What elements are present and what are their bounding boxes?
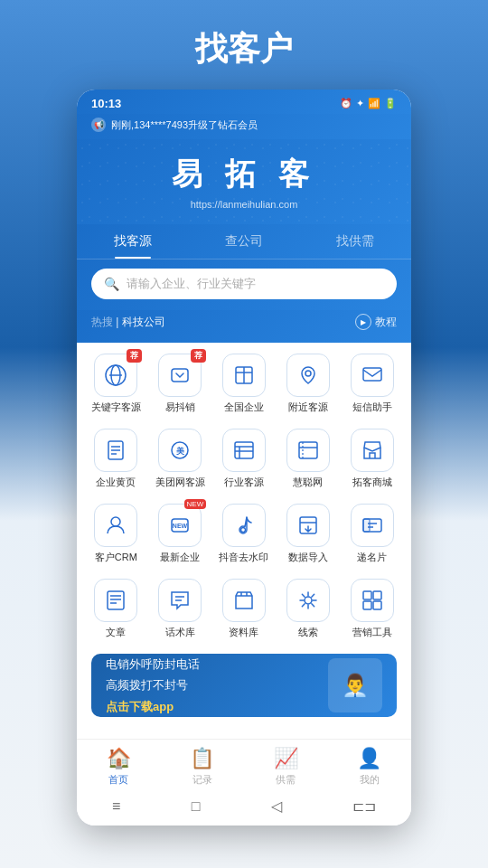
grid-item-material[interactable]: 资料库 xyxy=(217,579,271,639)
nearby-label: 附近客源 xyxy=(288,401,328,414)
grid-item-shop[interactable]: 拓客商城 xyxy=(345,429,399,489)
industry-label: 行业客源 xyxy=(224,476,264,489)
hot-search-left: 热搜 | 科技公司 xyxy=(91,315,165,330)
page-title: 找客户 xyxy=(0,0,488,90)
material-label: 资料库 xyxy=(229,626,258,639)
signal-icon: 📶 xyxy=(368,98,380,109)
douyin-label: 抖音去水印 xyxy=(219,551,268,564)
grid-item-national[interactable]: 全国企业 xyxy=(217,354,271,414)
article-icon-wrap xyxy=(94,579,137,622)
grid-item-yidouxiao[interactable]: 荐 易抖销 xyxy=(153,354,207,414)
svg-point-39 xyxy=(305,597,312,604)
svg-point-25 xyxy=(240,528,245,533)
badge-rec-yidouxiao: 荐 xyxy=(191,349,206,363)
search-icon: 🔍 xyxy=(104,277,119,291)
badge-rec-keyword: 荐 xyxy=(127,349,142,363)
grid-item-nearby[interactable]: 附近客源 xyxy=(281,354,335,414)
hot-search-bar: 热搜 | 科技公司 ▶ 教程 xyxy=(77,310,411,343)
bottom-nav-home[interactable]: 🏠 首页 xyxy=(77,747,161,787)
tab-find-supply[interactable]: 找供需 xyxy=(300,224,411,259)
grid-item-sms[interactable]: 短信助手 xyxy=(345,354,399,414)
industry-icon-wrap xyxy=(222,429,266,472)
svg-rect-43 xyxy=(373,601,381,609)
shop-icon-wrap xyxy=(351,429,394,472)
meituan-label: 美团网客源 xyxy=(155,476,205,489)
bottom-nav-supply[interactable]: 📈 供需 xyxy=(244,747,328,787)
bottom-nav-mine[interactable]: 👤 我的 xyxy=(328,747,412,787)
grid-item-article[interactable]: 文章 xyxy=(89,579,143,639)
supply-icon: 📈 xyxy=(274,747,298,770)
svg-text:美: 美 xyxy=(175,446,185,456)
grid-item-new-enterprise[interactable]: NEW NEW 最新企业 xyxy=(153,504,207,564)
tutorial-button[interactable]: ▶ 教程 xyxy=(355,314,397,330)
svg-point-7 xyxy=(305,371,311,376)
marketing-label: 营销工具 xyxy=(352,626,392,639)
app-url: https://lanmeihulian.com xyxy=(91,199,397,210)
status-icons: ⏰ ✦ 📶 🔋 xyxy=(340,98,397,109)
svg-rect-31 xyxy=(363,519,370,532)
nearby-icon-wrap xyxy=(286,354,330,397)
play-icon: ▶ xyxy=(355,314,371,330)
notification-text: 刚刚,134****7493升级了钻石会员 xyxy=(111,118,258,132)
grid-item-yellowpage[interactable]: 企业黄页 xyxy=(89,429,143,489)
grid-item-data-import[interactable]: 数据导入 xyxy=(281,504,335,564)
grid-item-industry[interactable]: 行业客源 xyxy=(217,429,271,489)
data-import-label: 数据导入 xyxy=(288,551,328,564)
yidouxiao-label: 易抖销 xyxy=(165,401,195,414)
sms-icon-wrap xyxy=(351,354,394,397)
notification-bar: 📢 刚刚,134****7493升级了钻石会员 xyxy=(77,114,411,139)
supply-label: 供需 xyxy=(276,773,296,787)
keyword-label: 关键字客源 xyxy=(91,401,141,414)
sms-label: 短信助手 xyxy=(352,401,392,414)
battery-icon: 🔋 xyxy=(384,98,397,109)
grid-item-douyin[interactable]: 抖音去水印 xyxy=(217,504,271,564)
business-card-label: 递名片 xyxy=(357,551,387,564)
grid-item-leads[interactable]: 线索 xyxy=(281,579,335,639)
system-back-button[interactable]: ◁ xyxy=(271,797,282,815)
tab-find-company[interactable]: 查公司 xyxy=(188,224,299,259)
yidouxiao-icon-wrap: 荐 xyxy=(158,354,202,397)
shop-label: 拓客商城 xyxy=(352,476,392,489)
hc-icon-wrap xyxy=(286,429,330,472)
keyword-icon-wrap: 荐 xyxy=(94,354,137,397)
business-card-icon-wrap xyxy=(351,504,394,547)
banner-text: 电销外呼防封电话 高频拨打不封号 点击下载app xyxy=(106,654,200,717)
search-box[interactable]: 🔍 请输入企业、行业关键字 xyxy=(91,269,397,299)
new-enterprise-icon-wrap: NEW NEW xyxy=(158,504,202,547)
yellowpage-label: 企业黄页 xyxy=(96,476,136,489)
marketing-icon-wrap xyxy=(351,579,394,622)
national-label: 全国企业 xyxy=(224,401,264,414)
svg-text:NEW: NEW xyxy=(173,523,188,529)
script-icon-wrap xyxy=(158,579,202,622)
system-home-button[interactable]: □ xyxy=(192,798,201,815)
grid-item-script[interactable]: 话术库 xyxy=(153,579,207,639)
system-menu-button[interactable]: ≡ xyxy=(112,798,120,815)
svg-rect-19 xyxy=(299,442,317,458)
svg-rect-15 xyxy=(235,442,253,458)
badge-new-enterprise: NEW xyxy=(184,499,207,509)
search-placeholder: 请输入企业、行业关键字 xyxy=(127,276,384,292)
hot-search-keyword[interactable]: 科技公司 xyxy=(122,316,165,328)
home-label: 首页 xyxy=(108,773,128,787)
yellowpage-icon-wrap xyxy=(94,429,137,472)
records-label: 记录 xyxy=(192,773,212,787)
crm-icon-wrap xyxy=(94,504,137,547)
nav-tabs: 找客源 查公司 找供需 xyxy=(77,224,411,259)
svg-rect-8 xyxy=(363,368,381,381)
grid-item-meituan[interactable]: 美 美团网客源 xyxy=(153,429,207,489)
search-container: 🔍 请输入企业、行业关键字 xyxy=(77,259,411,310)
article-label: 文章 xyxy=(106,626,126,639)
grid-item-hc[interactable]: 慧聪网 xyxy=(281,429,335,489)
grid-item-keyword[interactable]: 荐 关键字客源 xyxy=(89,354,143,414)
grid-item-business-card[interactable]: 递名片 xyxy=(345,504,399,564)
leads-icon-wrap xyxy=(286,579,330,622)
tab-find-customers[interactable]: 找客源 xyxy=(77,224,188,259)
grid-row-3: 客户CRM NEW NEW 最新企业 抖音去水印 数据导入 xyxy=(84,504,404,564)
banner[interactable]: 电销外呼防封电话 高频拨打不封号 点击下载app 👨‍💼 xyxy=(91,654,397,717)
mine-icon: 👤 xyxy=(357,747,381,770)
grid-item-crm[interactable]: 客户CRM xyxy=(89,504,143,564)
notification-icon: 📢 xyxy=(91,118,106,132)
bottom-nav-records[interactable]: 📋 记录 xyxy=(161,747,245,787)
grid-item-marketing[interactable]: 营销工具 xyxy=(345,579,399,639)
system-extra-button[interactable]: ⊏⊐ xyxy=(352,797,376,815)
